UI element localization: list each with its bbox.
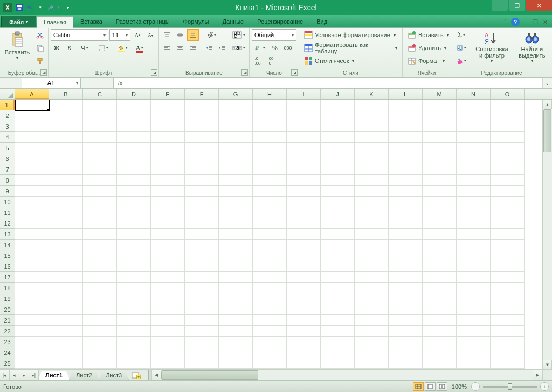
- cell[interactable]: [423, 293, 457, 304]
- cell[interactable]: [253, 240, 287, 250]
- cell[interactable]: [117, 347, 151, 358]
- cell[interactable]: [49, 218, 83, 229]
- cell[interactable]: [355, 218, 389, 229]
- row-header[interactable]: 4: [0, 132, 15, 143]
- cell[interactable]: [83, 315, 117, 326]
- cell[interactable]: [355, 240, 389, 250]
- cell[interactable]: [253, 132, 287, 143]
- cell[interactable]: [219, 164, 253, 175]
- cell[interactable]: [491, 293, 525, 304]
- cell[interactable]: [185, 100, 219, 110]
- row-header[interactable]: 12: [0, 218, 15, 229]
- excel-icon[interactable]: X: [2, 2, 13, 13]
- number-launcher-icon[interactable]: ◢: [291, 69, 298, 76]
- align-center-icon[interactable]: [174, 42, 186, 54]
- cell[interactable]: [49, 197, 83, 207]
- decrease-indent-icon[interactable]: [203, 42, 215, 54]
- cell[interactable]: [117, 197, 151, 207]
- zoom-out-icon[interactable]: −: [471, 382, 480, 391]
- cell[interactable]: [389, 315, 423, 326]
- row-header[interactable]: 24: [0, 347, 15, 358]
- cell[interactable]: [253, 207, 287, 218]
- cell[interactable]: [287, 250, 321, 261]
- orientation-icon[interactable]: ab: [203, 29, 219, 41]
- cell[interactable]: [287, 186, 321, 197]
- row-header[interactable]: 23: [0, 337, 15, 347]
- cell[interactable]: [423, 110, 457, 121]
- cell[interactable]: [423, 358, 457, 369]
- cell[interactable]: [321, 326, 355, 337]
- cell[interactable]: [49, 250, 83, 261]
- cell[interactable]: [117, 100, 151, 110]
- cell[interactable]: [321, 261, 355, 272]
- cell[interactable]: [117, 304, 151, 315]
- cell[interactable]: [253, 218, 287, 229]
- scroll-right-icon[interactable]: ▶: [533, 370, 542, 380]
- normal-view-icon[interactable]: [413, 382, 424, 391]
- cell[interactable]: [83, 347, 117, 358]
- column-header[interactable]: L: [389, 89, 423, 99]
- cell[interactable]: [15, 175, 49, 186]
- ribbon-tab-1[interactable]: Вставка: [74, 16, 109, 27]
- cell[interactable]: [151, 110, 185, 121]
- paste-button[interactable]: Вставить: [2, 29, 32, 65]
- ribbon-tab-5[interactable]: Рецензирование: [251, 16, 309, 27]
- increase-decimal-icon[interactable]: ,0,00: [252, 55, 264, 67]
- cell[interactable]: [185, 164, 219, 175]
- cell[interactable]: [253, 261, 287, 272]
- cell[interactable]: [457, 186, 491, 197]
- cell[interactable]: [457, 337, 491, 347]
- cell[interactable]: [253, 337, 287, 347]
- cell[interactable]: [491, 283, 525, 293]
- cell[interactable]: [15, 240, 49, 250]
- cell[interactable]: [219, 315, 253, 326]
- row-header[interactable]: 14: [0, 240, 15, 250]
- merge-cells-icon[interactable]: a: [230, 42, 248, 54]
- font-name-combo[interactable]: Calibri: [51, 29, 108, 41]
- expand-formula-bar-icon[interactable]: ⌄: [542, 78, 552, 88]
- scroll-left-icon[interactable]: ◀: [151, 370, 161, 380]
- cell[interactable]: [389, 326, 423, 337]
- cell[interactable]: [287, 293, 321, 304]
- cell[interactable]: [457, 175, 491, 186]
- cell[interactable]: [389, 153, 423, 164]
- cell[interactable]: [151, 347, 185, 358]
- cell[interactable]: [355, 164, 389, 175]
- cell[interactable]: [83, 358, 117, 369]
- fx-icon[interactable]: fx: [114, 80, 127, 86]
- cell[interactable]: [457, 153, 491, 164]
- cell[interactable]: [321, 229, 355, 240]
- cell[interactable]: [491, 100, 525, 110]
- save-icon[interactable]: [14, 2, 25, 13]
- cell[interactable]: [491, 164, 525, 175]
- cell[interactable]: [423, 197, 457, 207]
- cell[interactable]: [117, 164, 151, 175]
- cell[interactable]: [389, 218, 423, 229]
- cell[interactable]: [219, 143, 253, 153]
- cell[interactable]: [185, 207, 219, 218]
- row-header[interactable]: 2: [0, 110, 15, 121]
- cell[interactable]: [457, 293, 491, 304]
- cell[interactable]: [491, 143, 525, 153]
- row-header[interactable]: 3: [0, 121, 15, 132]
- cell[interactable]: [355, 132, 389, 143]
- delete-cells-button[interactable]: Удалить: [405, 42, 448, 54]
- cell[interactable]: [219, 337, 253, 347]
- cell[interactable]: [423, 164, 457, 175]
- cell[interactable]: [491, 261, 525, 272]
- zoom-thumb[interactable]: [508, 383, 512, 390]
- cell[interactable]: [49, 110, 83, 121]
- cell[interactable]: [83, 175, 117, 186]
- cell[interactable]: [253, 250, 287, 261]
- cell[interactable]: [49, 315, 83, 326]
- decrease-font-icon[interactable]: A▾: [144, 29, 156, 41]
- new-sheet-icon[interactable]: [129, 370, 143, 380]
- sheet-tab[interactable]: Лист3: [99, 371, 129, 380]
- cell[interactable]: [389, 229, 423, 240]
- cell[interactable]: [321, 110, 355, 121]
- cell[interactable]: [83, 132, 117, 143]
- row-header[interactable]: 17: [0, 272, 15, 283]
- cell[interactable]: [321, 153, 355, 164]
- cell[interactable]: [219, 100, 253, 110]
- scroll-track-v[interactable]: [543, 109, 552, 360]
